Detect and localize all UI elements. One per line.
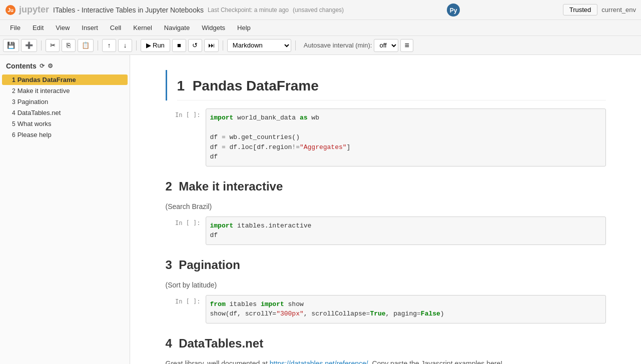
section-3-heading: 3 Pagination (Sort by latitude): [166, 250, 606, 289]
sidebar-title: Contents ⟳ ⚙: [0, 60, 130, 74]
toolbar: 💾 ➕ ✂ ⎘ 📋 ↑ ↓ ▶ Run ■ ↺ ⏭ Markdown Code …: [0, 36, 641, 55]
notebook-title[interactable]: ITables - Interactive Tables in Jupyter …: [53, 6, 204, 14]
sidebar-resizer[interactable]: [127, 55, 130, 364]
stop-button[interactable]: ■: [172, 39, 186, 52]
code-cell-3: In [ ]: from itables import show show(df…: [166, 295, 606, 324]
text-datatables-desc: Great library, well documented at https:…: [166, 360, 606, 364]
logo-area: Ju jupyter: [5, 4, 49, 16]
notebook: 1 Pandas DataFrame In [ ]: import world_…: [130, 55, 641, 364]
heading-datatables-net: 4 DataTables.net: [166, 328, 606, 356]
python-logo-icon: Py: [446, 3, 460, 17]
menu-toggle-button[interactable]: ≡: [400, 39, 413, 52]
jupyter-logo-icon: Ju: [5, 4, 16, 16]
autosave-select[interactable]: off 5 10 30: [374, 39, 398, 52]
restart-run-all-button[interactable]: ⏭: [204, 39, 219, 52]
restart-button[interactable]: ↺: [188, 39, 202, 52]
menu-widgets[interactable]: Widgets: [197, 22, 230, 34]
section-1-heading: 1 Pandas DataFrame: [166, 70, 606, 100]
topbar: Ju jupyter ITables - Interactive Tables …: [0, 0, 641, 20]
run-button[interactable]: ▶ Run: [141, 39, 170, 52]
refresh-icon[interactable]: ⟳: [40, 62, 45, 70]
code-cell-2: In [ ]: import itables.interactive df: [166, 216, 606, 245]
unsaved-changes: (unsaved changes): [293, 6, 344, 14]
copy-cell-button[interactable]: ⎘: [62, 39, 76, 52]
section-2-heading: 2 Make it interactive (Search Brazil): [166, 172, 606, 210]
sidebar-item-please-help[interactable]: 6Please help: [2, 130, 128, 140]
paste-cell-button[interactable]: 📋: [78, 39, 94, 52]
checkpoint-info: Last Checkpoint: a minute ago: [208, 6, 289, 14]
run-icon: ▶: [146, 42, 151, 49]
gear-icon[interactable]: ⚙: [48, 62, 53, 70]
sidebar-item-make-interactive[interactable]: 2Make it interactive: [2, 86, 128, 96]
sidebar: Contents ⟳ ⚙ 1Pandas DataFrame 2Make it …: [0, 55, 130, 364]
autosave-label: Autosave interval (min):: [304, 42, 372, 49]
svg-text:Ju: Ju: [8, 8, 14, 13]
cell-type-select[interactable]: Markdown Code Raw NBConvert: [227, 39, 291, 52]
sidebar-item-pagination[interactable]: 3Pagination: [2, 96, 128, 107]
cell-input-1[interactable]: import world_bank_data as wb df = wb.get…: [206, 108, 606, 166]
sep4: [223, 40, 223, 50]
kernel-name: current_env: [601, 6, 636, 14]
menu-cell[interactable]: Cell: [105, 22, 126, 34]
app-name: jupyter: [19, 4, 49, 15]
add-cell-below-button[interactable]: ➕: [21, 39, 37, 52]
save-button[interactable]: 💾: [3, 39, 19, 52]
cell-prompt-2: In [ ]:: [166, 216, 206, 226]
heading-make-interactive: 2 Make it interactive: [166, 172, 606, 200]
menu-help[interactable]: Help: [232, 22, 256, 34]
sidebar-item-pandas-dataframe[interactable]: 1Pandas DataFrame: [2, 74, 128, 85]
text-search-brazil: (Search Brazil): [166, 202, 606, 210]
sidebar-item-datatables-net[interactable]: 4DataTables.net: [2, 108, 128, 118]
sidebar-title-text: Contents: [6, 62, 37, 70]
cut-cell-button[interactable]: ✂: [46, 39, 60, 52]
cell-input-3[interactable]: from itables import show show(df, scroll…: [206, 295, 606, 324]
move-down-button[interactable]: ↓: [118, 39, 132, 52]
sep1: [41, 40, 42, 50]
menu-file[interactable]: File: [5, 22, 26, 34]
trusted-button[interactable]: Trusted: [563, 4, 598, 16]
menu-view[interactable]: View: [51, 22, 75, 34]
heading-pandas-dataframe: 1 Pandas DataFrame: [177, 70, 606, 100]
menu-insert[interactable]: Insert: [77, 22, 103, 34]
cell-prompt-3: In [ ]:: [166, 295, 206, 305]
sep2: [98, 40, 98, 50]
notebook-inner: 1 Pandas DataFrame In [ ]: import world_…: [146, 55, 626, 364]
move-up-button[interactable]: ↑: [102, 39, 116, 52]
menu-edit[interactable]: Edit: [28, 22, 49, 34]
text-sort-latitude: (Sort by latitude): [166, 281, 606, 289]
menu-kernel[interactable]: Kernel: [128, 22, 157, 34]
sep3: [136, 40, 137, 50]
svg-text:Py: Py: [450, 7, 457, 14]
menubar: File Edit View Insert Cell Kernel Naviga…: [0, 20, 641, 36]
heading-pagination: 3 Pagination: [166, 250, 606, 278]
sep5: [295, 40, 296, 50]
sidebar-item-what-works[interactable]: 5What works: [2, 118, 128, 129]
main: Contents ⟳ ⚙ 1Pandas DataFrame 2Make it …: [0, 55, 641, 364]
code-cell-1: In [ ]: import world_bank_data as wb df …: [166, 108, 606, 166]
section-4-heading: 4 DataTables.net Great library, well doc…: [166, 328, 606, 364]
cell-prompt-1: In [ ]:: [166, 108, 206, 118]
menu-navigate[interactable]: Navigate: [159, 22, 195, 34]
datatables-link[interactable]: https://datatables.net/reference/.: [270, 360, 370, 364]
cell-input-2[interactable]: import itables.interactive df: [206, 216, 606, 245]
